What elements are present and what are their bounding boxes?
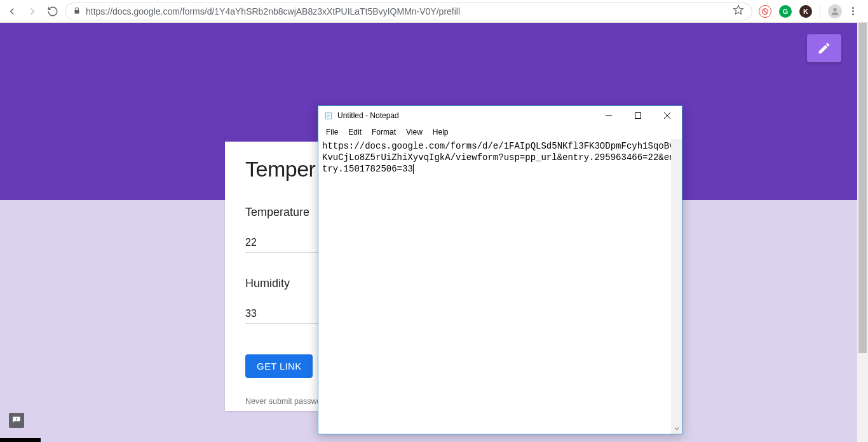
notepad-titlebar[interactable]: Untitled - Notepad: [318, 106, 682, 125]
notepad-menubar: File Edit Format View Help: [318, 125, 682, 139]
reload-button[interactable]: [47, 6, 58, 17]
notepad-scrollbar[interactable]: [671, 139, 682, 434]
divider: [820, 5, 820, 18]
feedback-button[interactable]: [9, 413, 24, 428]
address-bar[interactable]: https://docs.google.com/forms/d/1Y4aYhSR…: [65, 3, 752, 20]
scrollbar-thumb[interactable]: [858, 23, 867, 353]
svg-point-1: [833, 8, 836, 11]
notepad-content: https://docs.google.com/forms/d/e/1FAIpQ…: [322, 141, 675, 174]
menu-help[interactable]: Help: [429, 126, 452, 138]
extension-icon-1[interactable]: [759, 5, 771, 18]
back-button[interactable]: [6, 6, 18, 17]
forward-button[interactable]: [27, 6, 38, 17]
menu-view[interactable]: View: [402, 126, 426, 138]
get-link-button[interactable]: GET LINK: [245, 354, 313, 378]
text-cursor: [413, 164, 414, 174]
svg-rect-3: [635, 113, 641, 119]
edit-form-button[interactable]: [807, 34, 841, 62]
maximize-button[interactable]: [623, 106, 653, 125]
svg-rect-2: [325, 112, 331, 119]
menu-file[interactable]: File: [322, 126, 342, 138]
profile-avatar[interactable]: [828, 4, 842, 18]
menu-edit[interactable]: Edit: [344, 126, 365, 138]
page-scrollbar[interactable]: [857, 23, 868, 442]
notepad-window[interactable]: Untitled - Notepad File Edit Format View…: [318, 105, 682, 434]
extension-icon-3[interactable]: K: [799, 5, 812, 18]
extension-icon-2[interactable]: G: [779, 5, 792, 18]
notepad-title: Untitled - Notepad: [337, 111, 399, 120]
notepad-text-area[interactable]: https://docs.google.com/forms/d/e/1FAIpQ…: [318, 139, 682, 434]
menu-format[interactable]: Format: [368, 126, 400, 138]
minimize-button[interactable]: [594, 106, 623, 125]
url-text: https://docs.google.com/forms/d/1Y4aYhSR…: [86, 6, 460, 17]
chrome-menu-button[interactable]: [850, 4, 857, 18]
scroll-down-arrow[interactable]: [671, 423, 682, 434]
lock-icon: [73, 6, 81, 17]
browser-toolbar: https://docs.google.com/forms/d/1Y4aYhSR…: [0, 0, 868, 23]
close-button[interactable]: [653, 106, 682, 125]
notepad-icon: [323, 110, 334, 121]
bookmark-star-icon[interactable]: [733, 4, 744, 18]
page-viewport: Temper Temperature Humidity GET LINK Nev…: [0, 23, 868, 442]
taskbar-edge: [0, 438, 41, 442]
